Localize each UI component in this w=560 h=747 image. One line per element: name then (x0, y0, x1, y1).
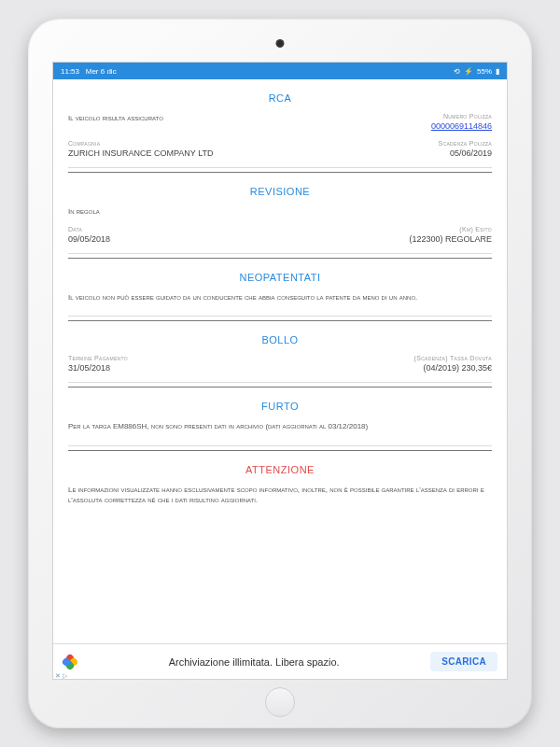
bollo-paid: 31/05/2018 (68, 363, 128, 373)
rca-company: ZURICH INSURANCE COMPANY LTD (68, 148, 214, 158)
section-title-revisione: REVISIONE (68, 173, 492, 206)
rev-status: In regola (68, 206, 100, 217)
status-time: 11:53 (61, 67, 79, 76)
section-title-rca: RCA (68, 79, 492, 113)
furto-text: Per la targa EM886SH, non sono presenti … (68, 421, 492, 431)
section-title-attenzione: ATTENZIONE (68, 451, 492, 485)
status-left: 11:53 Mer 6 dic (61, 67, 117, 76)
rca-status: Il veicolo risulta assicurato (68, 113, 163, 123)
tablet-frame: 11:53 Mer 6 dic ⟲ ⚡ 55% ▮ RCA Il veicolo… (28, 19, 532, 728)
status-right: ⟲ ⚡ 55% ▮ (454, 67, 499, 76)
rca-policy-label: Numero Polizza (443, 113, 492, 120)
bollo-paid-label: Termine Pagamento (68, 355, 128, 361)
section-title-neopatentati: NEOPATENTATI (68, 259, 492, 292)
section-title-bollo: BOLLO (68, 321, 492, 355)
screen: 11:53 Mer 6 dic ⟲ ⚡ 55% ▮ RCA Il veicolo… (52, 62, 508, 680)
rca-expiry: 05/06/2019 (450, 148, 492, 158)
rev-km-label: (Km) Esito (459, 226, 492, 233)
battery-percent: 55% (477, 67, 492, 76)
bollo-due: (04/2019) 230,35€ (423, 363, 492, 373)
wifi-icon: ⚡ (464, 67, 473, 76)
rotation-lock-icon: ⟲ (454, 67, 460, 76)
status-bar: 11:53 Mer 6 dic ⟲ ⚡ 55% ▮ (53, 63, 507, 79)
attenzione-text: Le informazioni visualizzate hanno esclu… (68, 485, 492, 505)
ad-text: Archiviazione illimitata. Libera spazio. (77, 656, 430, 668)
rev-km-result: (122300) REGOLARE (409, 234, 492, 244)
ad-bar: Archiviazione illimitata. Libera spazio.… (53, 643, 507, 679)
neo-text: Il veicolo non può essere guidato da un … (68, 292, 492, 303)
rca-company-label: Compagnia (68, 140, 214, 147)
home-button[interactable] (265, 687, 295, 717)
bollo-due-label: (Scadenza) Tassa Dovuta (414, 355, 492, 361)
download-button[interactable]: SCARICA (430, 652, 497, 671)
status-date: Mer 6 dic (86, 67, 117, 76)
camera-icon (276, 39, 285, 48)
rca-policy-number[interactable]: 0000069114846 (431, 121, 492, 131)
battery-icon: ▮ (496, 67, 499, 76)
ad-close-icon[interactable]: ✕ ▷ (55, 672, 67, 680)
rev-date-label: Data (68, 226, 110, 233)
rca-expiry-label: Scadenza Polizza (439, 140, 492, 147)
section-title-furto: FURTO (68, 388, 492, 421)
rev-date: 09/05/2018 (68, 234, 110, 244)
content[interactable]: RCA Il veicolo risulta assicurato Numero… (53, 79, 507, 643)
google-photos-icon[interactable] (63, 655, 77, 669)
